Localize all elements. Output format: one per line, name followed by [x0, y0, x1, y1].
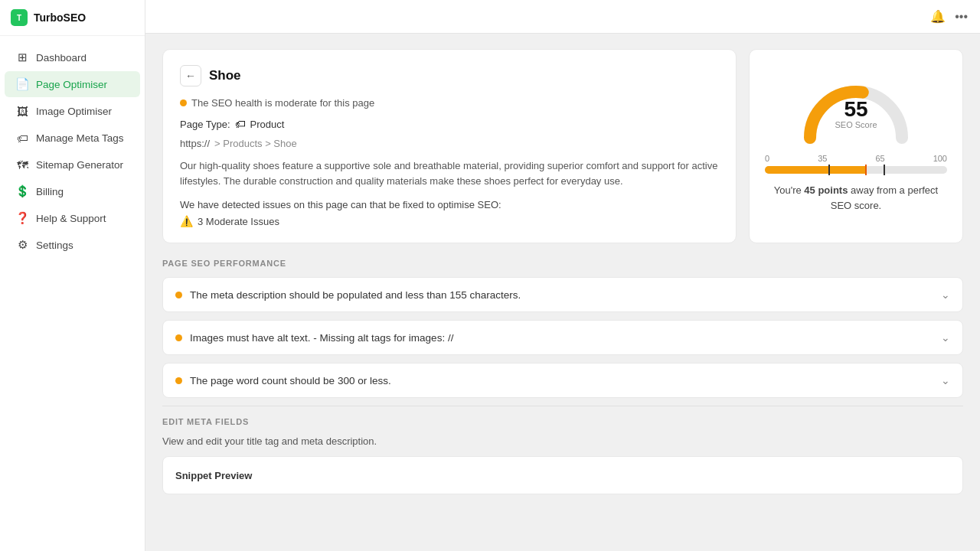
- breadcrumb-path: > Products > Shoe: [214, 138, 297, 149]
- score-label: SEO Score: [835, 120, 877, 129]
- sidebar-item-manage-meta-tags[interactable]: 🏷 Manage Meta Tags: [5, 125, 140, 151]
- sidebar-label-billing: Billing: [36, 186, 64, 197]
- accordion-left-wc: The page word count should be 300 or les…: [175, 375, 391, 386]
- sidebar-item-billing[interactable]: 💲 Billing: [5, 178, 140, 204]
- sidebar-icon-sitemap-generator: 🗺: [15, 158, 29, 171]
- sidebar-item-settings[interactable]: ⚙ Settings: [5, 232, 140, 258]
- accordion-alt-text: Images must have alt text. - Missing alt…: [162, 320, 963, 355]
- app-logo: T: [11, 9, 28, 26]
- score-number: 55: [835, 97, 877, 122]
- seo-score-card: 55 SEO Score 0 35 65 100: [749, 49, 963, 243]
- accordion-title-meta-desc: The meta description should be populated…: [190, 289, 521, 301]
- bar-label-100: 100: [933, 154, 947, 163]
- chevron-down-icon-2: ⌄: [941, 331, 950, 344]
- page-title: Shoe: [209, 68, 241, 83]
- tick-65: [884, 165, 885, 175]
- bar-label-35: 35: [818, 154, 827, 163]
- sidebar-label-image-optimiser: Image Optimiser: [36, 106, 112, 117]
- issues-intro: We have detected issues on this page can…: [180, 199, 719, 210]
- tag-icon: 🏷: [235, 118, 246, 130]
- accordion-word-count: The page word count should be 300 or les…: [162, 363, 963, 398]
- accordion-header-meta-desc[interactable]: The meta description should be populated…: [163, 278, 962, 311]
- issues-count: 3 Moderate Issues: [198, 216, 279, 227]
- back-button[interactable]: ←: [180, 65, 201, 86]
- page-url: https://: [180, 138, 210, 149]
- snippet-preview-card: Snippet Preview: [162, 456, 963, 494]
- score-away-text: You're 45 points away from a perfect SEO…: [765, 183, 947, 213]
- main-content: ← Shoe The SEO health is moderate for th…: [145, 34, 980, 551]
- issue-dot-icon-2: [175, 334, 182, 341]
- snippet-preview-title: Snippet Preview: [175, 470, 252, 481]
- accordion-left-alt: Images must have alt text. - Missing alt…: [175, 332, 453, 344]
- sidebar-item-sitemap-generator[interactable]: 🗺 Sitemap Generator: [5, 152, 140, 178]
- issues-badge: ⚠️ 3 Moderate Issues: [180, 215, 719, 227]
- accordion-left: The meta description should be populated…: [175, 289, 521, 301]
- sidebar-icon-dashboard: ⊞: [15, 51, 29, 64]
- accordion-title-word-count: The page word count should be 300 or les…: [190, 375, 391, 386]
- accordion-header-alt-text[interactable]: Images must have alt text. - Missing alt…: [163, 321, 962, 354]
- sidebar-label-manage-meta-tags: Manage Meta Tags: [36, 132, 124, 144]
- page-type-row: Page Type: 🏷 Product: [180, 118, 719, 130]
- gauge-score: 55 SEO Score: [835, 97, 877, 129]
- chevron-down-icon: ⌄: [941, 289, 950, 301]
- sidebar-header: T TurboSEO: [0, 0, 145, 36]
- edit-meta-section-header: EDIT META FIELDS: [162, 417, 963, 426]
- top-cards: ← Shoe The SEO health is moderate for th…: [162, 49, 963, 243]
- main-wrapper: 🔔 ••• ← Shoe The SEO health is moderate …: [145, 0, 980, 551]
- sidebar-label-sitemap-generator: Sitemap Generator: [36, 159, 123, 171]
- section-divider: [162, 406, 963, 406]
- sidebar-label-help-support: Help & Support: [36, 213, 106, 224]
- sidebar-label-settings: Settings: [36, 240, 74, 251]
- sidebar-icon-billing: 💲: [15, 184, 29, 198]
- score-bar-labels: 0 35 65 100: [765, 154, 947, 163]
- issue-dot-icon-3: [175, 377, 182, 384]
- more-options-icon[interactable]: •••: [955, 10, 968, 24]
- sidebar-icon-image-optimiser: 🖼: [15, 104, 29, 118]
- sidebar-icon-manage-meta-tags: 🏷: [15, 131, 29, 145]
- performance-section-header: PAGE SEO PERFORMANCE: [162, 259, 963, 268]
- accordion-meta-desc: The meta description should be populated…: [162, 277, 963, 312]
- issue-dot-icon: [175, 292, 182, 298]
- page-type-value: Product: [250, 119, 285, 130]
- sidebar-icon-settings: ⚙: [15, 238, 29, 252]
- sidebar-item-image-optimiser[interactable]: 🖼 Image Optimiser: [5, 98, 140, 124]
- health-text: The SEO health is moderate for this page: [191, 97, 374, 109]
- sidebar-item-dashboard[interactable]: ⊞ Dashboard: [5, 44, 140, 70]
- gauge-container: 55 SEO Score: [795, 65, 917, 142]
- tick-35: [828, 165, 830, 175]
- app-name: TurboSEO: [34, 11, 86, 24]
- health-dot-icon: [180, 99, 187, 106]
- score-bar-container: 0 35 65 100: [765, 154, 947, 174]
- sidebar-nav: ⊞ Dashboard📄 Page Optimiser🖼 Image Optim…: [0, 36, 145, 551]
- notification-icon[interactable]: 🔔: [930, 9, 946, 24]
- health-badge: The SEO health is moderate for this page: [180, 97, 719, 109]
- page-type-label: Page Type:: [180, 119, 230, 130]
- warning-icon: ⚠️: [180, 215, 193, 227]
- edit-meta-description: View and edit your title tag and meta de…: [162, 435, 963, 447]
- chevron-down-icon-3: ⌄: [941, 374, 950, 386]
- sidebar-icon-page-optimiser: 📄: [15, 77, 29, 91]
- accordion-title-alt-text: Images must have alt text. - Missing alt…: [190, 332, 453, 344]
- tick-current: [865, 165, 867, 175]
- score-bar-fill: [765, 166, 865, 174]
- sidebar-item-help-support[interactable]: ❓ Help & Support: [5, 205, 140, 231]
- page-info-card: ← Shoe The SEO health is moderate for th…: [162, 49, 737, 243]
- sidebar-label-page-optimiser: Page Optimiser: [36, 79, 107, 90]
- sidebar-label-dashboard: Dashboard: [36, 52, 87, 64]
- bar-label-0: 0: [765, 154, 769, 163]
- accordion-header-word-count[interactable]: The page word count should be 300 or les…: [163, 364, 962, 397]
- topbar: 🔔 •••: [145, 0, 980, 34]
- page-description: Our high-quality shoes feature a support…: [180, 158, 719, 188]
- card-header: ← Shoe: [180, 65, 719, 86]
- sidebar-item-page-optimiser[interactable]: 📄 Page Optimiser: [5, 71, 140, 97]
- sidebar: T TurboSEO ⊞ Dashboard📄 Page Optimiser🖼 …: [0, 0, 145, 551]
- breadcrumb-row: https:// > Products > Shoe: [180, 138, 719, 149]
- bar-label-65: 65: [875, 154, 884, 163]
- score-bar-track: [765, 166, 947, 174]
- sidebar-icon-help-support: ❓: [15, 211, 29, 225]
- away-points: 45 points: [804, 184, 848, 196]
